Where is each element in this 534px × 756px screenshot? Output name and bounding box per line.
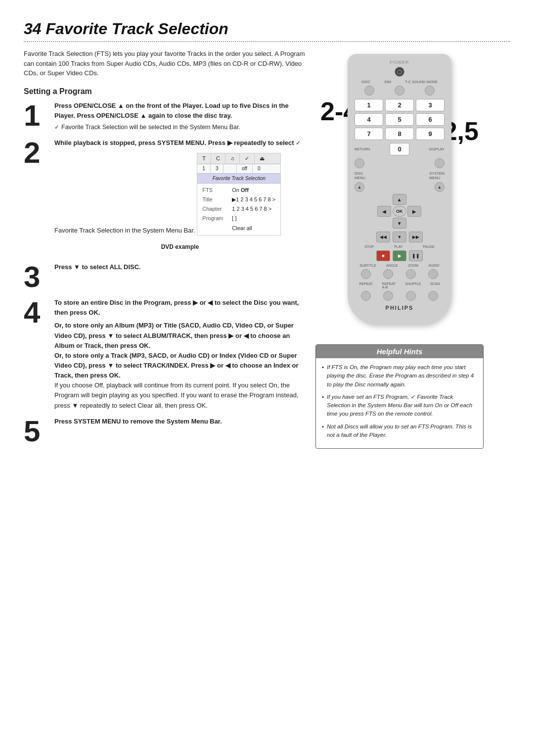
dpad-down-button[interactable]: ▼ bbox=[393, 218, 406, 229]
shuffle-label: SHUFFLE bbox=[405, 282, 421, 289]
down2-button[interactable]: ▼ bbox=[393, 232, 406, 242]
step-4-bold: To store an entire Disc in the Program, … bbox=[54, 299, 299, 316]
table-row-chapter: Chapter 1 2 3 4 5 6 7 8 > bbox=[202, 204, 275, 214]
tc-sound-mode-label: T-C SOUND MODE bbox=[405, 80, 438, 84]
dpad-empty-br bbox=[407, 218, 421, 229]
hint-2: If you have set an FTS Program, ✓ Favori… bbox=[322, 393, 477, 419]
step-3-content: Press ▼ to select ALL DISC. bbox=[54, 262, 306, 272]
audio-label: AUDIO bbox=[429, 264, 440, 267]
step-3-text: Press ▼ to select ALL DISC. bbox=[54, 263, 141, 271]
table-header-music: ♫ bbox=[225, 153, 240, 164]
tc-sound-button[interactable] bbox=[425, 86, 435, 95]
remote-power-row: ◯ bbox=[355, 67, 445, 77]
shuffle-button[interactable] bbox=[406, 291, 416, 301]
num-5-button[interactable]: 5 bbox=[385, 113, 414, 126]
step-2-content: While playback is stopped, press SYSTEM … bbox=[54, 138, 306, 256]
remote-power-label: POWER bbox=[355, 60, 445, 65]
helpful-hints-box: Helpful Hints If FTS is On, the Program … bbox=[315, 344, 484, 449]
table-header-check: ✓ bbox=[240, 153, 255, 164]
dpad-empty-tl bbox=[377, 194, 391, 205]
table-label-empty bbox=[202, 224, 228, 233]
num-3-button[interactable]: 3 bbox=[416, 99, 445, 111]
repeat-button[interactable] bbox=[361, 291, 371, 301]
display-button[interactable] bbox=[435, 158, 445, 168]
num-7-button[interactable]: 7 bbox=[355, 128, 383, 140]
transport-rw-ff: ◀◀ ▼ ▶▶ bbox=[355, 232, 445, 242]
step-1-bold: Press OPEN/CLOSE ▲ on the front of the P… bbox=[54, 102, 289, 119]
dvd-example-caption: DVD example bbox=[54, 242, 306, 252]
fastforward-button[interactable]: ▶▶ bbox=[409, 232, 423, 242]
num-1-button[interactable]: 1 bbox=[355, 99, 383, 111]
table-row-program: Program [ ] bbox=[202, 214, 275, 223]
repeat-labels: REPEAT REPEATA-B SHUFFLE SCAN bbox=[355, 282, 445, 289]
return-button[interactable] bbox=[355, 158, 364, 168]
step-2-block: 2 While playback is stopped, press SYSTE… bbox=[24, 138, 306, 256]
table-value-chapter: 1 2 3 4 5 6 7 8 > bbox=[232, 205, 271, 213]
num-6-button[interactable]: 6 bbox=[416, 113, 445, 126]
repeat-ab-button[interactable] bbox=[383, 291, 393, 301]
play-label: PLAY bbox=[394, 245, 402, 248]
num-0-button[interactable]: 0 bbox=[390, 143, 409, 155]
num-4-button[interactable]: 4 bbox=[355, 113, 383, 126]
step-5-text: Press SYSTEM MENU to remove the System M… bbox=[54, 418, 222, 425]
scan-button[interactable] bbox=[428, 291, 438, 301]
dpad-empty-tr bbox=[407, 194, 421, 205]
checkmark-icon: ✓ bbox=[54, 123, 59, 132]
step-1-number: 1 bbox=[24, 101, 48, 131]
angle-label: ANGLE bbox=[386, 264, 398, 267]
transport-labels: STOP PLAY PAUSE bbox=[355, 245, 445, 248]
power-button[interactable]: ◯ bbox=[395, 67, 404, 77]
bottom-labels: SUBTITLE ANGLE ZOOM AUDIO bbox=[355, 264, 445, 267]
play-button[interactable]: ▶ bbox=[393, 250, 406, 261]
num-9-button[interactable]: 9 bbox=[416, 128, 445, 140]
table-row-fts: FTS On Off bbox=[202, 186, 275, 195]
ok-button[interactable]: OK bbox=[393, 206, 406, 217]
page-title: 34 Favorite Track Selection bbox=[24, 20, 510, 38]
table-label-fts: FTS bbox=[202, 186, 228, 194]
table-value-program: [ ] bbox=[232, 214, 236, 223]
audio-button[interactable] bbox=[428, 269, 438, 279]
dim-label: DIM bbox=[384, 80, 391, 84]
system-menu-button[interactable]: ▲ bbox=[435, 182, 445, 192]
brand-philips: PHILIPS bbox=[355, 305, 445, 311]
dpad-left-button[interactable]: ◀ bbox=[377, 206, 391, 217]
stop-button[interactable]: ■ bbox=[376, 250, 390, 261]
page-container: 34 Favorite Track Selection Favorite Tra… bbox=[0, 0, 534, 472]
hint-1: If FTS is On, the Program may play each … bbox=[322, 363, 477, 389]
number-grid: 1 2 3 4 5 6 7 8 9 bbox=[355, 99, 445, 140]
disc-menu-button[interactable]: ▲ bbox=[355, 182, 364, 192]
remote-control: POWER ◯ DISC DIM T-C SOUND MODE bbox=[348, 54, 451, 325]
disc-menu-label: DISCMENU bbox=[355, 171, 365, 180]
dpad-right-button[interactable]: ▶ bbox=[407, 206, 421, 217]
table-fts-title: Favorite Track Selection bbox=[197, 174, 280, 184]
stop-label: STOP bbox=[364, 245, 374, 248]
table-row-clear: Clear all bbox=[202, 224, 275, 233]
display-label: DISPLAY bbox=[429, 147, 445, 151]
section-heading: Setting a Program bbox=[24, 87, 306, 96]
helpful-hints-title-text: Helpful Hints bbox=[377, 347, 423, 356]
return-label: RETURN bbox=[355, 147, 370, 151]
left-column: Favorite Track Selection (FTS) lets you … bbox=[24, 49, 306, 452]
subtitle-button[interactable] bbox=[361, 269, 371, 279]
table-header-c: C bbox=[211, 153, 225, 164]
dim-button[interactable] bbox=[395, 86, 404, 95]
pause-button[interactable]: ❚❚ bbox=[409, 250, 423, 261]
step-4-content: To store an entire Disc in the Program, … bbox=[54, 298, 306, 411]
step-5-block: 5 Press SYSTEM MENU to remove the System… bbox=[24, 417, 306, 446]
step-3-number: 3 bbox=[24, 262, 48, 292]
rewind-button[interactable]: ◀◀ bbox=[376, 232, 390, 242]
num-2-button[interactable]: 2 bbox=[385, 99, 414, 111]
table-val-t: 1 bbox=[197, 164, 211, 173]
zoom-button[interactable] bbox=[406, 269, 416, 279]
disc-button[interactable] bbox=[364, 86, 374, 95]
table-val-music bbox=[223, 164, 237, 173]
step-2-checkmark: ✓ bbox=[296, 140, 301, 146]
angle-button[interactable] bbox=[383, 269, 393, 279]
num-8-button[interactable]: 8 bbox=[385, 128, 414, 140]
remote-wrapper: 2-4 2,5 POWER ◯ DISC DIM T-C SOUND MODE bbox=[348, 54, 451, 325]
table-label-program: Program bbox=[202, 214, 228, 223]
right-column: 2-4 2,5 POWER ◯ DISC DIM T-C SOUND MODE bbox=[315, 49, 484, 452]
intro-text: Favorite Track Selection (FTS) lets you … bbox=[24, 49, 306, 78]
dpad-up-button[interactable]: ▲ bbox=[393, 194, 406, 205]
step-1-sub: ✓ Favorite Track Selection will be selec… bbox=[54, 123, 306, 132]
